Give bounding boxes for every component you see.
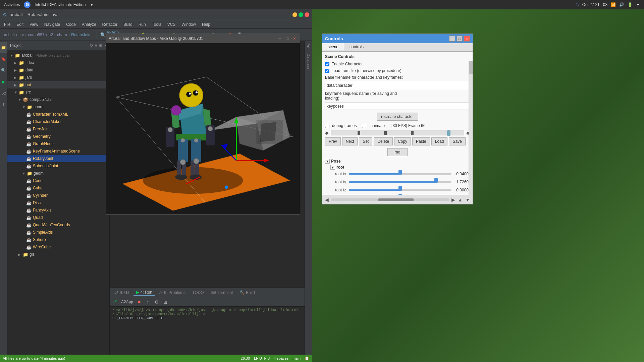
viewer-canvas[interactable] — [106, 43, 300, 214]
tree-data[interactable]: ▶ 📁 data — [7, 66, 109, 74]
tab-todo[interactable]: TODO — [190, 290, 206, 296]
tree-glsl[interactable]: ▶ 📁 glsl — [7, 251, 109, 258]
pose-root-rx-thumb[interactable] — [398, 194, 402, 195]
animate-checkbox[interactable] — [362, 124, 366, 128]
pose-root-tz-slider[interactable] — [349, 187, 451, 193]
tree-spherical[interactable]: ☕ SphericalJoint — [7, 162, 109, 170]
load-btn[interactable]: Load — [431, 137, 448, 145]
save-btn[interactable]: Save — [449, 137, 465, 145]
timeline-playhead[interactable] — [447, 130, 450, 136]
tree-quad-tex[interactable]: ☕ QuadWithTexCoords — [7, 221, 109, 229]
tab-problems[interactable]: ⚠ 6: Problems — [156, 290, 188, 296]
tree-simple-axis[interactable]: ☕ SimpleAxis — [7, 229, 109, 236]
chrome-icon[interactable]: G — [24, 1, 31, 8]
activities-label[interactable]: Activities — [4, 2, 20, 7]
enable-character-checkbox[interactable] — [325, 62, 329, 66]
recreate-character-btn[interactable]: recreate character — [377, 113, 418, 121]
pose-expand-icon[interactable]: ▼ — [325, 159, 330, 164]
footer-scroll-right[interactable]: ▶ — [451, 197, 455, 202]
footer-scroll-up[interactable]: ▲ — [458, 197, 463, 202]
tree-wire-cube[interactable]: ☕ WireCube — [7, 243, 109, 251]
controls-scrollbar-thumb[interactable] — [469, 61, 473, 74]
tree-comp557[interactable]: ▼ 📦 comp557.a2 — [7, 96, 109, 103]
tree-quad[interactable]: ☕ Quad — [7, 214, 109, 221]
panel-collapse-icon[interactable]: ≡ — [95, 43, 98, 48]
delete-btn[interactable]: Delete — [374, 137, 393, 145]
tree-keyframe[interactable]: ☕ KeyFrameAnimatedScene — [7, 147, 109, 155]
copy-btn[interactable]: Copy — [394, 137, 411, 145]
tab-git[interactable]: ⎇ 9: Git — [111, 290, 132, 296]
app-dropdown-icon[interactable]: ▼ — [90, 2, 94, 7]
ctab-scene[interactable]: scene — [322, 43, 344, 51]
menu-vcs[interactable]: VCS — [165, 21, 178, 27]
menu-view[interactable]: View — [27, 21, 41, 27]
prev-btn[interactable]: Prev — [325, 137, 341, 145]
tree-geom[interactable]: ▼ 📁 geom — [7, 170, 109, 177]
ide-minimize-btn[interactable] — [292, 12, 297, 17]
footer-scrollbar[interactable] — [331, 198, 449, 201]
pose-root-header[interactable]: ▼ root — [330, 165, 470, 170]
tree-disc[interactable]: ☕ Disc — [7, 199, 109, 206]
pose-root-ty-slider[interactable] — [349, 179, 451, 185]
menu-edit[interactable]: Edit — [14, 21, 26, 27]
pose-root-tz-thumb[interactable] — [398, 186, 402, 191]
base-filename-input[interactable] — [325, 82, 470, 89]
tree-char-maker[interactable]: ☕ CharacterMaker — [7, 118, 109, 125]
tree-cube[interactable]: ☕ Cube — [7, 184, 109, 192]
keyframe-seq-input[interactable] — [325, 103, 470, 110]
load-from-file-checkbox[interactable] — [325, 69, 329, 73]
tree-free-joint[interactable]: ☕ FreeJoint — [7, 125, 109, 133]
menu-navigate[interactable]: Navigate — [42, 21, 63, 27]
panel-sync-icon[interactable]: ⟳ — [90, 43, 94, 48]
viewer-minimize-btn[interactable]: – — [277, 36, 282, 41]
pose-root-ty-thumb[interactable] — [434, 178, 438, 183]
ide-maximize-btn[interactable] — [299, 12, 303, 17]
controls-close-btn[interactable]: × — [464, 36, 470, 42]
power-menu-icon[interactable]: ▼ — [636, 2, 640, 7]
vtab-database[interactable]: Database — [306, 51, 312, 72]
tree-fancy-axis[interactable]: ☕ FancyAxis — [7, 206, 109, 214]
footer-scroll-down[interactable]: ▼ — [465, 197, 470, 202]
tree-cylinder[interactable]: ☕ Cylinder — [7, 192, 109, 199]
tree-graph-node[interactable]: ☕ GraphNode — [7, 140, 109, 147]
tree-idea[interactable]: ▶ 📁 .idea — [7, 59, 109, 66]
run-settings-btn[interactable]: ⚙ — [153, 298, 161, 306]
debug-frames-checkbox[interactable] — [325, 124, 329, 128]
menu-code[interactable]: Code — [63, 21, 78, 27]
controls-scrollbar[interactable] — [469, 61, 473, 195]
vtab-art[interactable]: Art — [306, 41, 312, 51]
next-btn[interactable]: Next — [342, 137, 358, 145]
timeline-bar[interactable] — [331, 130, 464, 135]
viewer-close-btn[interactable]: × — [292, 36, 297, 41]
controls-minimize-btn[interactable]: – — [449, 36, 455, 42]
set-btn[interactable]: Set — [359, 137, 372, 145]
run-collapse-btn[interactable]: ⊞ — [161, 298, 169, 306]
menu-help[interactable]: Help — [199, 21, 213, 27]
event-log-icon[interactable]: 📋 — [305, 356, 309, 361]
tree-jars[interactable]: ▶ 📁 jars — [7, 74, 109, 81]
rnd-btn[interactable]: rnd — [387, 148, 407, 156]
pose-root-tx-slider[interactable] — [349, 171, 451, 177]
tree-cone[interactable]: ☕ Cone — [7, 177, 109, 184]
footer-scrollbar-thumb[interactable] — [378, 198, 414, 201]
menu-tools[interactable]: Tools — [149, 21, 164, 27]
menu-window[interactable]: Window — [179, 21, 199, 27]
tree-src[interactable]: ▼ 📁 src — [7, 88, 109, 96]
paste-btn[interactable]: Paste — [412, 137, 430, 145]
run-restart-btn[interactable]: ↺ — [111, 298, 119, 306]
menu-refactor[interactable]: Refactor — [100, 21, 120, 27]
tab-build[interactable]: 🔨 Build — [237, 290, 258, 296]
ctab-controls[interactable]: controls — [344, 43, 369, 51]
tree-out[interactable]: ▶ 📁 out — [7, 81, 109, 88]
viewer-maximize-btn[interactable]: □ — [284, 36, 290, 41]
footer-scroll-left[interactable]: ◀ — [325, 197, 329, 202]
tree-chara[interactable]: ▼ 📁 chara — [7, 103, 109, 111]
menu-build[interactable]: Build — [121, 21, 135, 27]
tab-run[interactable]: ▶ 4: Run — [133, 289, 155, 296]
tree-root[interactable]: ▼ 📁 arcball ~/IdeaProjects/arcball — [7, 52, 109, 59]
run-panel-stop-btn[interactable]: ■ — [135, 298, 143, 306]
menu-file[interactable]: File — [1, 21, 13, 27]
pose-root-expand[interactable]: ▼ — [330, 165, 335, 170]
menu-analyze[interactable]: Analyze — [79, 21, 99, 27]
tree-geometry[interactable]: ☕ Geometry — [7, 133, 109, 140]
